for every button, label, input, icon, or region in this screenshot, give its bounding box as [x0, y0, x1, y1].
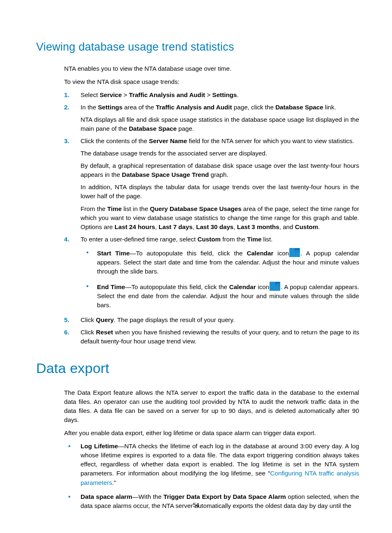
step-text: In addition, NTA displays the tabular da… — [81, 183, 359, 201]
step-number: 4. — [64, 235, 69, 244]
sub-bullets: Start Time—To autopopulate this field, c… — [81, 248, 359, 310]
bullet-start-time: Start Time—To autopopulate this field, c… — [81, 248, 359, 276]
intro-para-1: NTA enables you to view the NTA database… — [64, 64, 359, 73]
step-text: Click Reset when you have finished revie… — [81, 328, 359, 346]
step-5: 5. Click Query. The page displays the re… — [64, 315, 359, 324]
step-1: 1. Select Service > Traffic Analysis and… — [64, 90, 359, 100]
bullet-log-lifetime: Log Lifetime—NTA checks the lifetime of … — [64, 442, 359, 487]
step-number: 3. — [64, 137, 69, 146]
step-2: 2. In the Settings area of the Traffic A… — [64, 103, 359, 133]
svg-rect-4 — [275, 283, 279, 286]
section-heading-data-export: Data export — [36, 358, 359, 378]
page-content: Viewing database usage trend statistics … — [36, 39, 359, 515]
section-heading-viewing: Viewing database usage trend statistics — [36, 39, 359, 55]
calendar-icon — [289, 248, 300, 257]
step-number: 1. — [64, 90, 69, 100]
step-4: 4. To enter a user-defined time range, s… — [64, 235, 359, 310]
export-bullets: Log Lifetime—NTA checks the lifetime of … — [64, 442, 359, 510]
steps-list: 1. Select Service > Traffic Analysis and… — [64, 90, 359, 346]
step-text: By default, a graphical representation o… — [81, 161, 359, 179]
step-3: 3. Click the contents of the Server Name… — [64, 137, 359, 231]
step-number: 5. — [64, 315, 69, 324]
step-text: Select Service > Traffic Analysis and Au… — [81, 90, 359, 100]
step-text: The database usage trends for the associ… — [81, 149, 359, 158]
export-para-1: The Data Export feature allows the NTA s… — [64, 388, 359, 424]
step-6: 6. Click Reset when you have finished re… — [64, 328, 359, 346]
page-number: 54 — [0, 501, 392, 509]
calendar-icon — [270, 282, 280, 291]
step-text: From the Time list in the Query Database… — [81, 204, 359, 232]
svg-rect-0 — [295, 249, 299, 252]
intro-para-2: To view the NTA disk space usage trends: — [64, 77, 359, 86]
export-para-2: After you enable data export, either log… — [64, 429, 359, 438]
step-text: In the Settings area of the Traffic Anal… — [81, 103, 359, 112]
step-number: 6. — [64, 328, 69, 337]
bullet-end-time: End Time—To autopopulate this field, cli… — [81, 282, 359, 310]
step-text: Click Query. The page displays the resul… — [81, 315, 359, 324]
step-number: 2. — [64, 103, 69, 112]
step-text: To enter a user-defined time range, sele… — [81, 235, 359, 244]
step-text: Click the contents of the Server Name fi… — [81, 137, 359, 146]
step-text: NTA displays all file and disk space usa… — [81, 115, 359, 133]
